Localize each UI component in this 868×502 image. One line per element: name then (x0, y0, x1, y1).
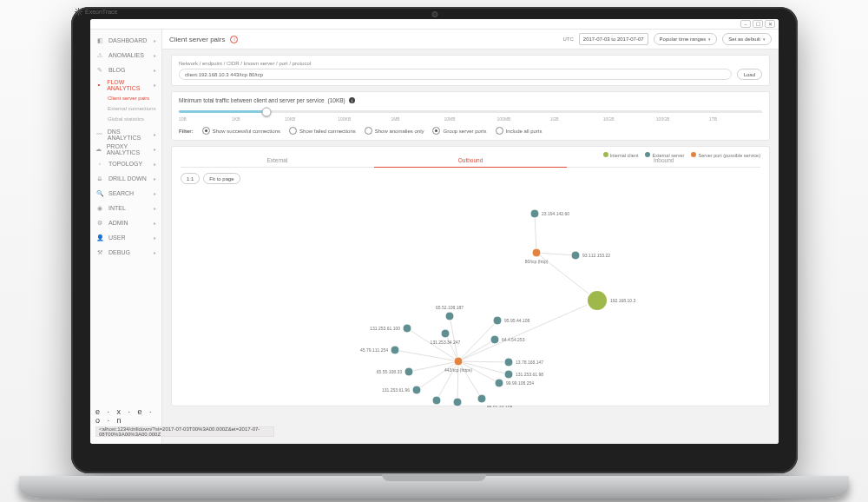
network-graph[interactable]: 192.168.10.380/tcp (http)443/tcp (https)… (181, 166, 736, 407)
set-default-button[interactable]: Set as default ▾ (722, 33, 772, 45)
window-minimize-button[interactable]: – (740, 20, 751, 28)
filter-option[interactable]: Include all ports (496, 127, 542, 135)
graph-node-label: 95.95.44.108 (504, 318, 529, 323)
brand-logo: e · x · e · o · n (95, 407, 161, 425)
sidebar-submenu: Client server pairsExternal connectionsG… (90, 94, 161, 123)
chevron-right-icon: ▸ (154, 249, 156, 255)
query-field-label: Network / endpoint / CIDR / known server… (179, 61, 762, 66)
sidebar: ◧ DASHBOARD ▸⚠ ANOMALIES ▸✎ BLOG ▸⚬ FLOW… (90, 30, 162, 444)
chevron-right-icon: ▸ (154, 175, 156, 182)
info-icon[interactable]: i (349, 97, 355, 103)
graph-node[interactable] (412, 386, 421, 394)
filter-option-label: Group server ports (443, 129, 486, 134)
dns-icon: 〰 (95, 131, 103, 137)
graph-node[interactable] (453, 398, 462, 406)
slider-tick: 10GB (603, 116, 656, 122)
sidebar-item-drill-down[interactable]: ⇊ DRILL DOWN ▸ (90, 171, 161, 186)
graph-node-label: 131.253.61.100 (370, 326, 400, 331)
window-close-button[interactable]: ✕ (765, 20, 775, 28)
legend-dot (645, 152, 650, 157)
graph-node-label: 85.91.44.108 (487, 405, 512, 407)
search-icon: 🔍 (95, 190, 104, 197)
graph-node[interactable] (391, 346, 399, 354)
sidebar-item-label: DRILL DOWN (108, 175, 147, 182)
graph-node[interactable] (454, 357, 463, 366)
chevron-right-icon: ▸ (154, 234, 156, 241)
debug-icon: ⚒ (95, 249, 104, 256)
chevron-right-icon: ▸ (154, 161, 156, 167)
sidebar-item-search[interactable]: 🔍 SEARCH ▸ (90, 186, 161, 201)
graph-legend: Internal clientExternal serverServer por… (603, 152, 760, 158)
graph-node[interactable] (490, 335, 499, 344)
user-icon: 👤 (95, 234, 104, 241)
slider-fill (179, 110, 266, 113)
slider-tick: 10MB (444, 116, 496, 122)
slider-tick: 1GB (550, 116, 603, 122)
graph-edge (536, 253, 575, 255)
graph-node[interactable] (571, 251, 580, 260)
legend-dot (603, 152, 608, 157)
graph-node[interactable] (441, 329, 450, 338)
slider-tick: 100GB (656, 116, 709, 122)
graph-node[interactable] (504, 358, 513, 367)
drill-icon: ⇊ (95, 175, 104, 182)
sidebar-subitem[interactable]: Global statistics (108, 115, 161, 123)
filter-option[interactable]: Show failed connections (289, 127, 356, 135)
radio-icon (365, 127, 372, 135)
graph-node[interactable] (477, 394, 486, 403)
graph-node[interactable] (432, 396, 441, 405)
intel-icon: ◉ (95, 205, 104, 212)
graph-edge (535, 214, 536, 253)
chevron-down-icon: ▾ (708, 36, 711, 42)
sidebar-item-label: USER (108, 234, 125, 241)
graph-node[interactable] (504, 370, 513, 379)
chevron-right-icon: ▸ (154, 131, 156, 137)
window-maximize-button[interactable]: ☐ (753, 20, 763, 28)
graph-node[interactable] (445, 312, 454, 320)
sidebar-item-label: ADMIN (108, 220, 128, 226)
graph-edge (395, 350, 458, 361)
filter-option[interactable]: Show successful connections (202, 127, 280, 135)
sidebar-item-topology[interactable]: ◦ TOPOLOGY ▸ (90, 156, 161, 171)
sidebar-item-intel[interactable]: ◉ INTEL ▸ (90, 201, 161, 215)
filter-option[interactable]: Group server ports (432, 127, 486, 135)
graph-node-label: 443/tcp (https) (444, 367, 472, 373)
sidebar-subitem[interactable]: Client server pairs (108, 94, 161, 102)
chevron-right-icon: ▸ (154, 146, 156, 152)
graph-node[interactable] (587, 290, 608, 311)
sidebar-item-user[interactable]: 👤 USER ▸ (90, 230, 161, 245)
info-icon[interactable]: i (230, 36, 238, 43)
sidebar-item-proxy-analytics[interactable]: ☁ PROXY ANALYTICS ▸ (90, 142, 161, 156)
slider-tick: 100KB (338, 116, 391, 122)
cloud-icon: ☁ (95, 146, 102, 153)
load-button[interactable]: Load (737, 69, 762, 80)
graph-node[interactable] (530, 209, 539, 218)
query-input[interactable]: client:192.168.10.3 443/tcp 80/tcp (179, 69, 732, 80)
date-range-display[interactable]: 2017-07-03 to 2017-07-07 (579, 33, 648, 45)
slider-handle[interactable] (261, 107, 271, 116)
graph-node[interactable] (532, 248, 541, 257)
filter-row: Filter: Show successful connectionsShow … (179, 127, 762, 135)
sidebar-item-dashboard[interactable]: ◧ DASHBOARD ▸ (90, 33, 161, 48)
popular-ranges-label: Popular time ranges (660, 36, 707, 42)
sidebar-item-label: BLOG (108, 67, 125, 73)
sidebar-item-blog[interactable]: ✎ BLOG ▸ (90, 63, 161, 77)
graph-node-label: 13.78.168.147 (516, 360, 543, 365)
radio-icon (432, 127, 440, 135)
graph-node[interactable] (404, 367, 413, 376)
graph-node[interactable] (495, 379, 503, 387)
graph-edge (458, 340, 495, 361)
sidebar-item-flow-analytics[interactable]: ⚬ FLOW ANALYTICS ▸ (90, 77, 161, 92)
sidebar-item-debug[interactable]: ⚒ DEBUG ▸ (90, 245, 161, 260)
sidebar-subitem[interactable]: External connections (108, 104, 161, 113)
traffic-slider[interactable] (179, 110, 762, 113)
graph-node[interactable] (493, 316, 502, 325)
graph-node[interactable] (403, 324, 411, 333)
page-header: Client server pairs i UTC 2017-07-03 to … (162, 30, 779, 50)
popular-ranges-button[interactable]: Popular time ranges ▾ (654, 33, 718, 45)
sidebar-item-anomalies[interactable]: ⚠ ANOMALIES ▸ (90, 48, 161, 63)
sidebar-item-dns-analytics[interactable]: 〰 DNS ANALYTICS ▸ (90, 127, 161, 142)
sidebar-item-admin[interactable]: ⚙ ADMIN ▸ (90, 215, 161, 230)
filter-option[interactable]: Show anomalies only (365, 127, 424, 135)
slider-ticks: 10B1KB10KB100KB1MB10MB100MB1GB10GB100GB1… (179, 116, 762, 122)
